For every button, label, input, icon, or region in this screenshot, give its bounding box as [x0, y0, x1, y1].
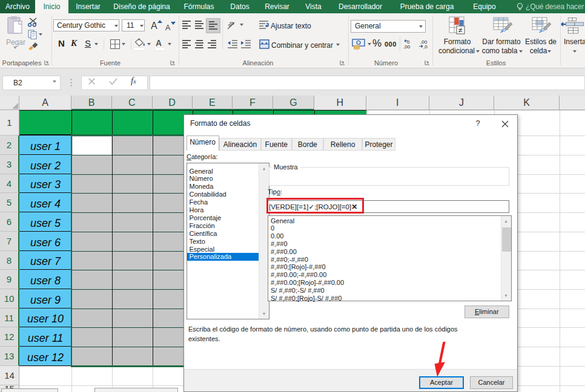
svg-text:,0: ,0: [423, 44, 428, 49]
svg-text:≠: ≠: [458, 26, 463, 34]
svg-text:ab: ab: [226, 20, 235, 28]
svg-text:,00: ,00: [403, 44, 411, 49]
